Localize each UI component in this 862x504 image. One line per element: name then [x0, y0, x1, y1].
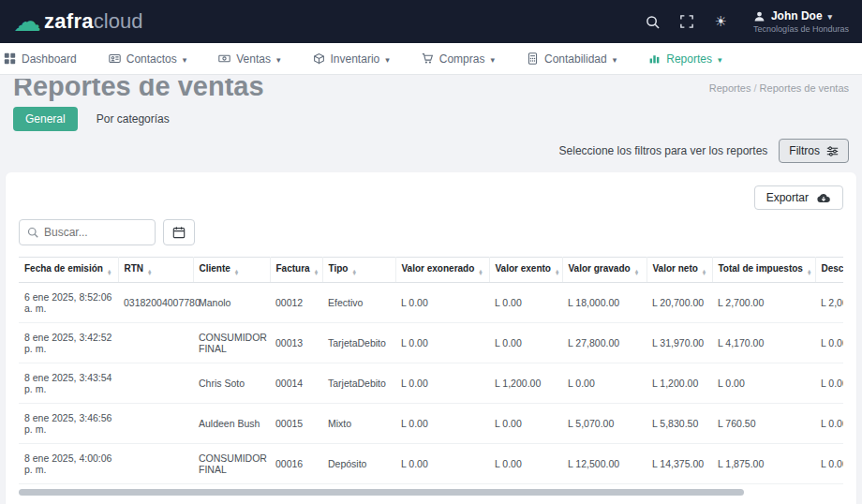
cloud-logo-icon: ☁: [13, 7, 41, 36]
nav-item-contabilidad[interactable]: Contabilidad: [527, 52, 617, 66]
table-cell: L 0.00: [489, 322, 562, 363]
brand-name-light: cloud: [94, 9, 143, 34]
tab-general[interactable]: General: [13, 107, 78, 131]
column-header[interactable]: Valor exento: [489, 258, 562, 283]
column-header[interactable]: Valor gravado: [562, 258, 646, 283]
nav-item-inventario[interactable]: Inventario: [313, 52, 390, 66]
table-row[interactable]: 8 ene 2025, 3:43:54 p. m.Chris Soto00014…: [19, 363, 843, 403]
column-header[interactable]: Cliente: [193, 258, 270, 283]
brand-logo[interactable]: ☁ zafra cloud: [13, 7, 142, 36]
column-header[interactable]: Descuento: [815, 258, 843, 283]
breadcrumb-parent[interactable]: Reportes: [709, 82, 751, 94]
column-header-label: Cliente: [200, 263, 230, 274]
column-header-label: Valor gravado: [569, 263, 631, 274]
column-header[interactable]: RTN: [118, 258, 193, 283]
table-cell: 8 ene 2025, 3:43:54 p. m.: [19, 363, 118, 403]
table-cell: L 1,875.00: [712, 443, 815, 483]
table-cell: L 0.00: [395, 403, 489, 443]
fullscreen-icon[interactable]: [680, 15, 693, 28]
main-nav: Dashboard Contactos Ventas Inventario Co…: [0, 43, 862, 75]
sort-icon: [807, 270, 811, 276]
brand-name-bold: zafra: [44, 9, 94, 34]
table-cell: 00013: [270, 322, 322, 363]
sliders-icon: [826, 145, 839, 157]
nav-item-ventas[interactable]: Ventas: [218, 52, 280, 66]
table-row[interactable]: 8 ene 2025, 3:46:56 p. m.Auldeen Bush000…: [19, 403, 843, 443]
column-header[interactable]: Valor exonerado: [395, 258, 489, 283]
search-icon[interactable]: [646, 15, 660, 29]
table-cell: L 0.00: [712, 363, 815, 403]
table-cell: L 0.00: [815, 403, 843, 443]
column-header[interactable]: Fecha de emisión: [19, 258, 118, 283]
table-cell: Manolo: [193, 282, 270, 322]
table-cell: L 0.00: [815, 322, 843, 363]
chevron-down-icon: [490, 52, 495, 66]
table-cell: CONSUMIDOR FINAL: [193, 322, 270, 363]
horizontal-scrollbar-thumb[interactable]: [19, 489, 744, 496]
table-cell: Efectivo: [322, 282, 395, 322]
reports-icon: [648, 52, 661, 65]
nav-item-label: Reportes: [666, 52, 712, 66]
table-cell: [118, 322, 193, 363]
table-cell: Depósito: [322, 443, 395, 483]
table-cell: L 760.50: [712, 403, 815, 443]
nav-item-contactos[interactable]: Contactos: [109, 52, 187, 66]
calendar-icon: [172, 226, 186, 239]
export-button[interactable]: Exportar: [754, 185, 843, 210]
search-input[interactable]: [44, 226, 147, 239]
contacts-icon: [109, 52, 121, 65]
column-header[interactable]: Valor neto: [646, 258, 712, 283]
filters-button[interactable]: Filtros: [779, 139, 849, 163]
sort-icon: [234, 270, 239, 276]
sort-icon: [478, 270, 483, 276]
chevron-down-icon: [613, 52, 617, 66]
sort-icon: [702, 270, 706, 276]
table-cell: 00014: [270, 363, 322, 403]
table-cell: 6 ene 2025, 8:52:06 a. m.: [19, 282, 118, 322]
table-cell: L 18,000.00: [562, 282, 646, 322]
column-header[interactable]: Factura: [270, 258, 322, 283]
column-header-label: RTN: [125, 263, 144, 274]
horizontal-scrollbar: [19, 489, 843, 496]
column-header-label: Fecha de emisión: [24, 263, 103, 274]
table-cell: L 0.00: [489, 403, 562, 443]
table-cell: L 0.00: [395, 443, 489, 483]
sort-icon: [555, 270, 559, 276]
user-avatar-icon: [753, 10, 765, 22]
table-cell: 8 ene 2025, 3:42:52 p. m.: [19, 322, 118, 363]
user-company: Tecnologías de Honduras: [753, 24, 849, 34]
table-cell: 00016: [270, 443, 322, 483]
table-cell: 8 ene 2025, 4:00:06 p. m.: [19, 443, 118, 483]
column-header-label: Valor exento: [496, 263, 551, 274]
page-title: Reportes de ventas: [13, 79, 264, 102]
nav-item-label: Compras: [439, 52, 485, 66]
calendar-button[interactable]: [163, 219, 195, 245]
table-row[interactable]: 6 ene 2025, 8:52:06 a. m.03182004007780M…: [19, 282, 843, 322]
column-header[interactable]: Tipo: [322, 258, 395, 283]
column-header[interactable]: Total de impuestos: [712, 258, 815, 283]
nav-item-reportes[interactable]: Reportes: [648, 52, 721, 66]
search-icon: [27, 227, 38, 238]
sort-icon: [147, 270, 152, 276]
table-row[interactable]: 8 ene 2025, 3:42:52 p. m.CONSUMIDOR FINA…: [19, 322, 843, 363]
table-cell: L 4,170.00: [712, 322, 815, 363]
purchases-icon: [422, 52, 434, 65]
sort-icon: [351, 270, 356, 276]
table-cell: L 1,200.00: [489, 363, 562, 403]
sales-table: Fecha de emisiónRTNClienteFacturaTipoVal…: [19, 257, 843, 484]
column-header-label: Valor exonerado: [402, 263, 475, 274]
user-menu[interactable]: John Doe Tecnologías de Honduras: [753, 9, 849, 34]
table-cell: CONSUMIDOR FINAL: [193, 443, 270, 483]
table-cell: Mixto: [322, 403, 395, 443]
nav-item-dashboard[interactable]: Dashboard: [4, 52, 77, 66]
table-cell: TarjetaDebito: [322, 322, 395, 363]
tab-por-categorias[interactable]: Por categorías: [97, 112, 170, 126]
table-cell: L 14,375.00: [646, 443, 712, 483]
table-wrap: Fecha de emisiónRTNClienteFacturaTipoVal…: [19, 257, 843, 484]
table-row[interactable]: 8 ene 2025, 4:00:06 p. m.CONSUMIDOR FINA…: [19, 443, 843, 483]
theme-toggle-icon[interactable]: [714, 13, 726, 30]
nav-item-compras[interactable]: Compras: [422, 52, 495, 66]
column-header-label: Valor neto: [653, 263, 698, 274]
table-header-row: Fecha de emisiónRTNClienteFacturaTipoVal…: [19, 258, 843, 283]
report-card: Exportar Fecha de emisiónRTNClienteFactu…: [6, 172, 856, 504]
